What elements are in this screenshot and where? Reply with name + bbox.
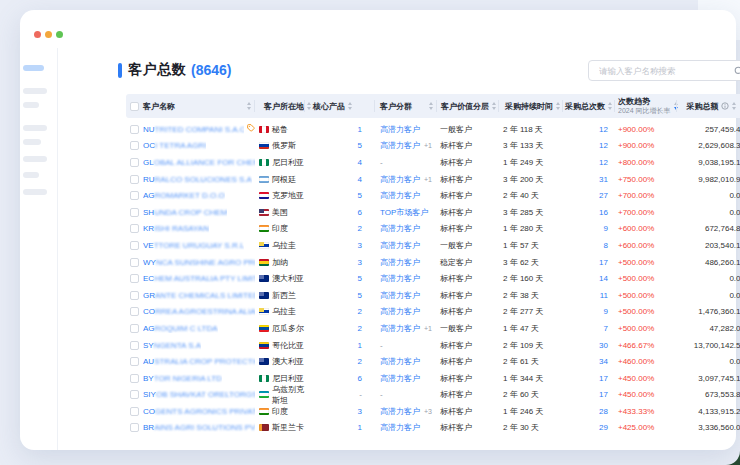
customer-name-link[interactable]: SHUNDA CROP CHEM	[143, 208, 227, 217]
sort-asc-icon[interactable]	[608, 102, 612, 105]
row-checkbox[interactable]	[130, 208, 139, 217]
customer-name-link[interactable]: SIYOB SHAVKAT ORELTORGSY X...	[143, 390, 255, 399]
customer-name-link[interactable]: CORREA AGROESTRINA ALIANO R...	[143, 307, 255, 316]
search-input[interactable]	[597, 65, 734, 77]
row-checkbox[interactable]	[130, 125, 139, 134]
column-header-country[interactable]: 客户所在地	[255, 94, 305, 118]
purchase-times-link[interactable]: 27	[599, 191, 608, 200]
row-checkbox[interactable]	[130, 141, 139, 150]
customer-name-link[interactable]: GLOBAL ALLIANCE FOR CHEMICA...	[143, 158, 255, 167]
core-products-count[interactable]: 3	[358, 241, 362, 250]
sort-desc-icon[interactable]	[608, 107, 612, 110]
sidebar-skeleton-bar[interactable]	[23, 139, 41, 145]
segment-link[interactable]: 高潜力客户	[380, 140, 420, 151]
core-products-count[interactable]: 5	[358, 291, 362, 300]
row-checkbox[interactable]	[130, 241, 139, 250]
purchase-times-link[interactable]: 29	[599, 423, 608, 432]
minimize-window-icon[interactable]	[45, 31, 52, 38]
column-header-segment[interactable]: 客户分群	[375, 94, 437, 118]
row-checkbox[interactable]	[130, 357, 139, 366]
core-products-count[interactable]: 2	[358, 224, 362, 233]
core-products-count[interactable]: 4	[358, 175, 362, 184]
core-products-count[interactable]: 1	[358, 341, 362, 350]
row-checkbox[interactable]	[130, 390, 139, 399]
row-checkbox[interactable]	[130, 407, 139, 416]
core-products-count[interactable]: 6	[358, 374, 362, 383]
core-products-count[interactable]: 5	[358, 141, 362, 150]
purchase-times-link[interactable]: 16	[599, 208, 608, 217]
row-checkbox[interactable]	[130, 341, 139, 350]
close-window-icon[interactable]	[34, 31, 41, 38]
purchase-times-link[interactable]: 12	[599, 141, 608, 150]
customer-name-link[interactable]: OCI TETRA AGRI	[143, 141, 206, 150]
sort-desc-icon[interactable]	[556, 107, 560, 110]
maximize-window-icon[interactable]	[56, 31, 63, 38]
purchase-times-link[interactable]: 31	[599, 175, 608, 184]
customer-name-link[interactable]: COGENTS AGRONICS PRIVATE L...	[143, 407, 255, 416]
segment-link[interactable]: 高潜力客户	[380, 257, 420, 268]
core-products-count[interactable]: 2	[358, 307, 362, 316]
core-products-count[interactable]: 2	[358, 357, 362, 366]
select-all-checkbox[interactable]	[130, 102, 139, 111]
customer-name-link[interactable]: AUSTRALIA CROP PROTECTION P...	[143, 357, 255, 366]
sort-asc-icon[interactable]	[556, 102, 560, 105]
segment-link[interactable]: 高潜力客户	[380, 290, 420, 301]
segment-link[interactable]: 高潜力客户	[380, 422, 420, 433]
sort-asc-icon[interactable]	[732, 102, 736, 105]
row-checkbox[interactable]	[130, 224, 139, 233]
sort-icon[interactable]	[492, 102, 496, 110]
core-products-count[interactable]: 2	[358, 324, 362, 333]
customer-name-link[interactable]: WYNCA SUNSHINE AGRO PRODU...	[143, 258, 255, 267]
segment-link[interactable]: 高潜力客户	[380, 306, 420, 317]
sort-asc-icon[interactable]	[429, 102, 433, 105]
customer-name-link[interactable]: KRISHI RASAYAN	[143, 224, 209, 233]
sidebar-skeleton-bar[interactable]	[23, 156, 47, 162]
sidebar-skeleton-bar[interactable]	[23, 88, 47, 94]
sort-desc-icon[interactable]	[348, 107, 352, 110]
customer-name-link[interactable]: AGROMARKET D.O.O	[143, 191, 225, 200]
purchase-times-link[interactable]: 11	[600, 291, 608, 300]
row-checkbox[interactable]	[130, 191, 139, 200]
core-products-count[interactable]: 6	[358, 208, 362, 217]
segment-link[interactable]: 高潜力客户	[380, 373, 420, 384]
core-products-count[interactable]: 5	[358, 274, 362, 283]
purchase-times-link[interactable]: 17	[599, 374, 608, 383]
segment-link[interactable]: 高潜力客户	[380, 356, 420, 367]
purchase-times-link[interactable]: 17	[599, 390, 608, 399]
info-icon[interactable]	[721, 102, 729, 110]
column-header-products[interactable]: 核心产品	[305, 94, 375, 118]
segment-link[interactable]: 高潜力客户	[380, 240, 420, 251]
sort-asc-icon[interactable]	[247, 102, 251, 105]
row-checkbox[interactable]	[130, 307, 139, 316]
row-checkbox[interactable]	[130, 175, 139, 184]
purchase-times-link[interactable]: 12	[599, 158, 608, 167]
core-products-count[interactable]: 1	[358, 125, 362, 134]
row-checkbox[interactable]	[130, 324, 139, 333]
column-header-times[interactable]: 采购总次数	[563, 94, 615, 118]
core-products-count[interactable]: 4	[358, 158, 362, 167]
customer-name-link[interactable]: NUTRITED COMPANI S.A.C	[143, 125, 244, 134]
purchase-times-link[interactable]: 9	[604, 307, 608, 316]
segment-link[interactable]: 高潜力客户	[380, 223, 420, 234]
sidebar-skeleton-bar[interactable]	[23, 189, 47, 195]
sort-icon[interactable]	[556, 102, 560, 110]
row-checkbox[interactable]	[130, 274, 139, 283]
sort-icon[interactable]	[608, 102, 612, 110]
column-header-amount[interactable]: 采购总额	[677, 94, 740, 118]
sidebar-skeleton-bar[interactable]	[23, 102, 39, 108]
segment-link[interactable]: 高潜力客户	[380, 406, 420, 417]
customer-name-link[interactable]: RURALCO SOLUCIONES S.A	[143, 175, 252, 184]
customer-name-link[interactable]: GRANTE CHEMICALS LIMITED	[143, 291, 255, 300]
column-header-name[interactable]: 客户名称	[142, 94, 255, 118]
core-products-count[interactable]: 1	[358, 423, 362, 432]
column-header-duration[interactable]: 采购持续时间	[499, 94, 563, 118]
column-header-tier[interactable]: 客户价值分层	[437, 94, 499, 118]
sort-icon[interactable]	[247, 102, 251, 110]
sort-asc-icon[interactable]	[348, 102, 352, 105]
core-products-count[interactable]: 3	[358, 258, 362, 267]
purchase-times-link[interactable]: 14	[599, 274, 608, 283]
sort-desc-icon[interactable]	[732, 107, 736, 110]
sort-desc-icon[interactable]	[429, 107, 433, 110]
purchase-times-link[interactable]: 12	[599, 125, 608, 134]
purchase-times-link[interactable]: 8	[604, 241, 608, 250]
